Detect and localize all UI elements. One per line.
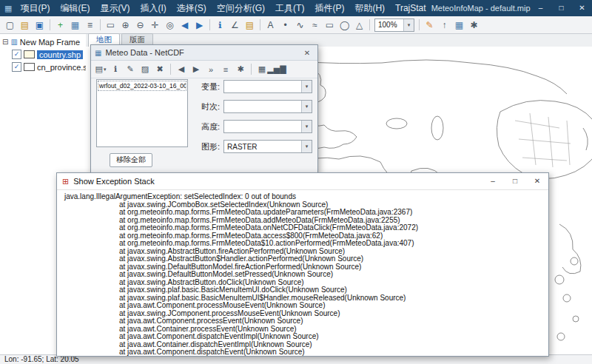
layer-visibility-checkbox[interactable]: ✓ — [12, 62, 21, 72]
stack-line: at java.awt.Component.processMouseEvent(… — [64, 302, 548, 310]
close-button[interactable]: ✕ — [526, 173, 548, 189]
menu-tools[interactable]: 工具(T) — [270, 0, 309, 16]
open-file-icon[interactable]: ▤▾ — [94, 63, 107, 76]
delete-data-icon[interactable]: ✖ — [153, 63, 166, 76]
maximize-button[interactable]: □ — [551, 0, 572, 16]
level-select[interactable]: ▾ — [223, 120, 312, 133]
toolbar-separator — [170, 64, 171, 75]
layer-visibility-checkbox[interactable]: ✓ — [12, 50, 21, 59]
data-info-icon[interactable]: ℹ — [109, 63, 122, 76]
graph-type-label: 图形: — [195, 141, 220, 152]
graph-type-select[interactable]: RASTER ▾ — [223, 140, 312, 153]
draw-data-icon[interactable]: ✎ — [124, 63, 137, 76]
menu-project[interactable]: 项目(P) — [15, 0, 55, 16]
stack-line: at org.meteoinfo.map.forms.FrmMeteoData$… — [64, 240, 548, 248]
grid-icon[interactable]: ▦ — [452, 18, 466, 32]
prev-view-icon[interactable]: ◀ — [178, 18, 192, 32]
layer-label-country[interactable]: country.shp — [37, 50, 83, 59]
polygon-icon[interactable]: △ — [352, 18, 366, 32]
variable-select[interactable]: ▾ — [223, 80, 312, 93]
remove-all-button[interactable]: 移除全部 — [110, 153, 152, 167]
menu-plugin[interactable]: 插件(P) — [309, 0, 349, 16]
main-toolbar: ▢ ▤ ▣ + ▦ ≡ ▭ ⊕ ⊖ ✛ ◎ ◀ ▶ ℹ ∠ ▤ A • ∿ ≈ … — [0, 16, 592, 34]
table-view-icon[interactable]: ≡ — [219, 63, 232, 76]
zoom-out-icon[interactable]: ⊖ — [133, 18, 147, 32]
menu-edit[interactable]: 编辑(E) — [55, 0, 95, 16]
layer-row-country[interactable]: ✓ country.shp — [0, 48, 86, 61]
data-settings-icon[interactable]: ✱ — [234, 63, 247, 76]
settings-icon[interactable]: ✱ — [467, 18, 481, 32]
time-select[interactable]: ▾ — [223, 100, 312, 113]
exception-titlebar[interactable]: ⊞ Show Exception Stack – □ ✕ — [57, 173, 548, 190]
menu-trajstat[interactable]: TrajStat — [390, 0, 431, 16]
layers-icon[interactable]: ≡ — [83, 18, 97, 32]
next-view-icon[interactable]: ▶ — [192, 18, 206, 32]
graph-type-row: 图形: RASTER ▾ — [195, 140, 312, 153]
identify-icon[interactable]: ℹ — [213, 18, 227, 32]
stack-line: at javax.swing.DefaultButtonModel.setPre… — [64, 271, 548, 279]
ellipse-icon[interactable]: ◯ — [337, 18, 352, 32]
select-icon[interactable]: ▭ — [104, 18, 118, 32]
menu-help[interactable]: 帮助(H) — [349, 0, 390, 16]
meteo-data-dialog: ▦ Meteo Data - NetCDF ✕ ▤▾ ℹ ✎ ▨ ✖ ◀ ▶ »… — [90, 44, 318, 173]
menu-selection[interactable]: 选择(S) — [172, 0, 212, 16]
tree-root-map-frame[interactable]: ⊟ ▥ New Map Frame — [0, 36, 86, 48]
stack-line: at java.awt.Component.dispatchEventImpl(… — [64, 333, 548, 341]
curve-icon[interactable]: ≈ — [308, 18, 322, 32]
time-label: 时次: — [195, 101, 220, 112]
chevron-down-icon: ▾ — [301, 121, 312, 132]
point-icon[interactable]: • — [278, 18, 292, 32]
minimize-button[interactable]: – — [482, 173, 504, 189]
full-extent-icon[interactable]: ◎ — [163, 18, 177, 32]
prev-time-icon[interactable]: ◀ — [175, 63, 188, 76]
chart-icon[interactable]: ▂▅▇ — [270, 63, 283, 76]
zoom-in-icon[interactable]: ⊕ — [118, 18, 132, 32]
polyline-icon[interactable]: ∿ — [293, 18, 307, 32]
toolbar-separator — [50, 19, 50, 30]
stack-trace: java.lang.IllegalArgumentException: setS… — [57, 189, 548, 356]
next-time-icon[interactable]: ▶ — [189, 63, 203, 76]
open-project-icon[interactable]: ▤ — [18, 18, 32, 32]
zoom-level-value: 100% — [378, 21, 397, 29]
window-controls: – □ ✕ — [531, 0, 592, 16]
attribute-table-icon[interactable]: ▤ — [243, 18, 257, 32]
north-arrow-icon[interactable]: ↑ — [437, 18, 451, 32]
measure-icon[interactable]: ∠ — [228, 18, 242, 32]
menubar: ▦ 项目(P) 编辑(E) 显示(V) 插入(I) 选择(S) 空间分析(G) … — [0, 0, 592, 16]
animate-icon[interactable]: » — [204, 63, 218, 76]
new-project-icon[interactable]: ▢ — [3, 18, 17, 32]
menu-view[interactable]: 显示(V) — [95, 0, 135, 16]
level-row: 高度: ▾ — [195, 120, 312, 133]
toolbar-separator — [209, 19, 210, 30]
layer-row-cn-province[interactable]: ✓ cn_province.shp — [0, 61, 86, 73]
variable-row: 变量: ▾ — [195, 80, 312, 93]
stack-line: at org.meteoinfo.map.forms.FrmMeteoData.… — [64, 209, 548, 217]
exception-title: Show Exception Stack — [73, 177, 154, 186]
dataset-list[interactable]: wrfout_d02_2022-03-10_16_00_00 — [96, 79, 188, 147]
stack-line: java.lang.IllegalArgumentException: setS… — [64, 193, 548, 201]
dataset-item[interactable]: wrfout_d02_2022-03-10_16_00_00 — [98, 81, 186, 91]
close-icon[interactable]: ✕ — [300, 49, 314, 57]
label-icon[interactable]: A — [263, 18, 278, 32]
rectangle-icon[interactable]: ▭ — [323, 18, 337, 32]
clear-draw-icon[interactable]: ▨ — [138, 63, 152, 76]
pan-icon[interactable]: ✛ — [148, 18, 162, 32]
stack-line: at org.meteoinfo.map.forms.FrmMeteoData.… — [64, 224, 548, 232]
pen-icon[interactable]: ✎ — [423, 18, 437, 32]
minimize-button[interactable]: – — [531, 0, 551, 16]
map-frame-label: New Map Frame — [20, 38, 80, 47]
collapse-icon[interactable]: ⊟ — [2, 38, 8, 46]
meteo-dialog-titlebar[interactable]: ▦ Meteo Data - NetCDF ✕ — [91, 45, 317, 61]
zoom-level-select[interactable]: 100% ▾ — [374, 18, 414, 32]
menu-geoprocessing[interactable]: 空间分析(G) — [212, 0, 270, 16]
maximize-button[interactable]: □ — [504, 173, 526, 189]
add-layer-icon[interactable]: + — [53, 18, 67, 32]
menu-insert[interactable]: 插入(I) — [135, 0, 171, 16]
meteo-data-icon[interactable]: ▦ — [68, 18, 82, 32]
close-button[interactable]: ✕ — [572, 0, 592, 16]
folder-open-icon: ▤ — [95, 64, 103, 74]
chevron-down-icon: ▾ — [301, 141, 312, 152]
time-row: 时次: ▾ — [195, 100, 312, 113]
save-project-icon[interactable]: ▣ — [33, 18, 47, 32]
stack-line: at java.awt.Component.dispatchEvent(Unkn… — [64, 348, 548, 356]
